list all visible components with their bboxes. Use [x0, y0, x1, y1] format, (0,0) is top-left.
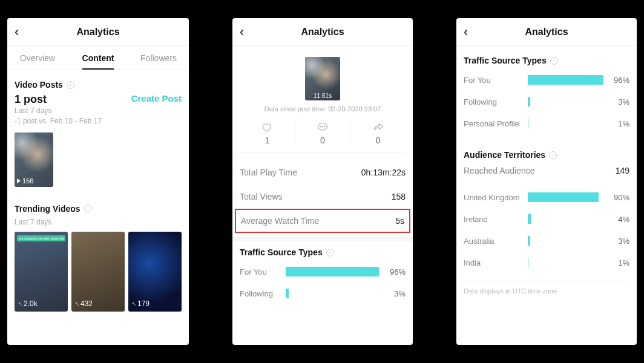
phone-audience: ‹ Analytics Traffic Source Types i For Y… [456, 18, 637, 345]
bar-label: India [464, 258, 528, 267]
comment-icon [316, 121, 329, 133]
trending-row: y'a toujours ce mec dans les trains ↑2.0… [15, 232, 182, 312]
tab-followers[interactable]: Followers [128, 46, 189, 70]
bar-label: Ireland [464, 215, 528, 224]
bar-fill [286, 267, 379, 276]
likes-cell: 1 [240, 121, 295, 145]
info-icon[interactable]: i [550, 57, 558, 65]
page-title: Analytics [525, 27, 568, 38]
traffic-source-title: Traffic Source Types i [464, 56, 629, 65]
body: 11.61s Data since post time: 02-20-2020 … [232, 46, 413, 345]
arrow-icon: ↑ [73, 299, 81, 308]
bar-fill [528, 97, 530, 106]
page-title: Analytics [76, 27, 119, 38]
bar-pct: 3% [606, 97, 629, 106]
play-count-value: 156 [22, 177, 33, 185]
bar-pct: 96% [606, 76, 629, 85]
count-value: 432 [80, 299, 93, 308]
play-count: 156 [17, 177, 33, 185]
data-since: Data since post time: 02-20-2020 23:07 [264, 105, 381, 113]
stat-label: Total Play Time [240, 168, 297, 177]
total-views-row: Total Views 158 [240, 185, 406, 209]
territories-bar-list: United Kingdom90%Ireland4%Australia3%Ind… [464, 186, 629, 273]
info-icon[interactable]: i [549, 151, 557, 159]
section-label: Audience Territories [464, 150, 545, 160]
section-label: Video Posts [15, 80, 63, 90]
bar-pct: 1% [606, 258, 629, 267]
divider [232, 237, 413, 241]
shares-value: 0 [376, 136, 381, 145]
info-icon[interactable]: i [67, 81, 74, 89]
bar-pct: 96% [383, 267, 406, 276]
back-icon[interactable]: ‹ [464, 25, 468, 39]
svg-point-1 [320, 126, 321, 127]
bar-fill [528, 258, 528, 267]
back-icon[interactable]: ‹ [15, 25, 19, 39]
bar-wrap [528, 97, 606, 106]
bar-row: Following3% [464, 91, 629, 113]
section-label: Traffic Source Types [464, 56, 547, 65]
arrow-icon: ↑ [130, 299, 138, 308]
bar-row: India1% [464, 252, 629, 273]
svg-point-2 [322, 126, 323, 127]
bar-label: United Kingdom [464, 193, 528, 202]
info-icon[interactable]: i [326, 249, 334, 257]
share-count: ↑432 [75, 299, 93, 308]
back-icon[interactable]: ‹ [240, 25, 244, 39]
header: ‹ Analytics [456, 18, 637, 46]
traffic-bar-list: For You96%Following3%Personal Profile1% [464, 69, 629, 134]
trending-thumb-3[interactable]: ↑179 [128, 232, 182, 312]
bar-row: Following3% [240, 283, 406, 304]
bar-row: United Kingdom90% [464, 186, 629, 208]
tab-content[interactable]: Content [68, 46, 128, 70]
bar-wrap [528, 236, 606, 246]
stat-label: Total Views [240, 192, 283, 201]
reached-label: Reached Audience [464, 166, 535, 175]
avg-watch-row-highlighted: Average Watch Time 5s [235, 209, 410, 233]
bar-label: Following [240, 289, 286, 298]
bar-pct: 3% [606, 237, 629, 246]
hero-thumbnail[interactable]: 11.61s [305, 57, 340, 100]
bar-label: Following [464, 97, 528, 106]
count-value: 2.0k [24, 299, 38, 308]
bar-wrap [528, 258, 606, 267]
video-thumbnail[interactable]: 156 [15, 132, 53, 187]
bar-row: Australia3% [464, 230, 629, 252]
video-tag: y'a toujours ce mec dans les trains [17, 235, 65, 241]
info-icon[interactable]: i [84, 204, 92, 212]
video-posts-title: Video Posts i [15, 80, 182, 90]
create-post-button[interactable]: Create Post [131, 93, 182, 103]
traffic-source-title: Traffic Source Types i [240, 247, 406, 257]
reached-audience-row: Reached Audience 149 [464, 163, 629, 186]
heart-icon [260, 121, 274, 133]
section-label: Traffic Source Types [240, 247, 323, 257]
bar-row: For You96% [240, 261, 406, 283]
bar-pct: 3% [383, 289, 406, 298]
header: ‹ Analytics [7, 18, 189, 46]
tab-overview[interactable]: Overview [7, 46, 68, 70]
bar-fill [528, 119, 528, 128]
bar-row: Ireland4% [464, 208, 629, 230]
bar-fill [528, 236, 530, 246]
bar-pct: 90% [606, 193, 629, 202]
bar-wrap [528, 214, 606, 224]
bar-wrap [286, 289, 383, 298]
footnote: Data displays in UTC time zone [464, 281, 629, 295]
body: Traffic Source Types i For You96%Followi… [456, 46, 637, 345]
bar-fill [528, 192, 599, 202]
bar-pct: 1% [606, 119, 629, 128]
bar-row: Personal Profile1% [464, 113, 629, 134]
play-icon [17, 178, 21, 183]
hero-wrap: 11.61s Data since post time: 02-20-2020 … [240, 52, 406, 160]
trending-thumb-1[interactable]: y'a toujours ce mec dans les trains ↑2.0… [15, 232, 68, 312]
bar-wrap [528, 192, 606, 202]
bar-fill [286, 289, 289, 298]
trending-title: Trending Videos i [15, 204, 182, 214]
bar-pct: 4% [606, 215, 629, 224]
bar-wrap [528, 75, 606, 85]
trending-thumb-2[interactable]: ↑432 [71, 232, 125, 312]
total-play-time-row: Total Play Time 0h:13m:22s [240, 160, 406, 185]
bar-label: For You [464, 76, 528, 85]
phone-post-analytics: ‹ Analytics 11.61s Data since post time:… [232, 18, 413, 345]
post-count-block: 1 post Last 7 days -1 post vs. Feb 10 - … [15, 93, 102, 126]
